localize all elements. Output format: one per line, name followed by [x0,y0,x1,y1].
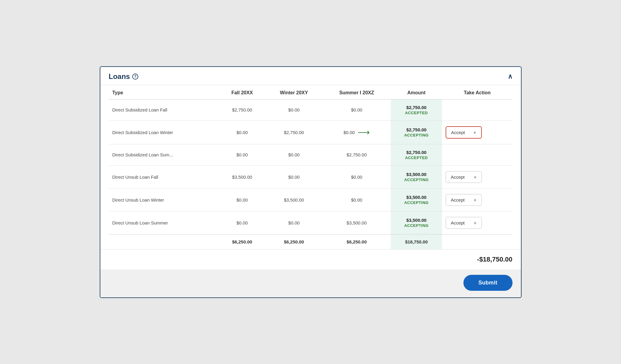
amount-value: $3,500.00 [406,218,427,223]
table-row: Direct Unsub Loan Winter$0.00$3,500.00$0… [109,188,513,211]
status-badge: ACCEPTED [405,155,428,160]
table-row: Direct Subsidized Loan Fall$2,750.00$0.0… [109,99,513,121]
accept-button[interactable]: Accept∨ [446,217,482,229]
summer-cell: $0.00⟶ [323,121,391,144]
amount-cell: $3,500.00ACCEPTING [391,165,442,188]
action-cell [442,144,512,165]
loan-type-cell: Direct Unsub Loan Fall [109,165,219,188]
status-badge: ACCEPTING [404,223,428,228]
chevron-down-icon: ∨ [474,198,477,202]
accept-button-label: Accept [451,174,465,180]
fall-cell: $3,500.00 [219,165,265,188]
amount-cell: $2,750.00ACCEPTING [391,121,442,144]
fall-cell: $0.00 [219,121,265,144]
submit-button[interactable]: Submit [463,275,513,291]
amount-cell: $2,750.00ACCEPTED [391,144,442,165]
green-arrow-icon: ⟶ [358,127,370,137]
table-row: Direct Subsidized Loan Sum...$0.00$0.00$… [109,144,513,165]
summer-total: $6,250.00 [323,234,391,249]
grand-total-section: -$18,750.00 [100,249,521,269]
grand-total-value: -$18,750.00 [477,256,512,263]
amount-value: $2,750.00 [406,127,427,132]
title-text: Loans [109,72,130,81]
col-amount: Amount [391,85,442,99]
action-cell: Accept∨ [442,188,512,211]
action-cell: Accept∨ [442,211,512,234]
loan-type-cell: Direct Unsub Loan Summer [109,211,219,234]
card-header: Loans ? ∧ [100,67,521,85]
winter-cell: $2,750.00 [265,121,323,144]
amount-cell: $3,500.00ACCEPTING [391,211,442,234]
fall-cell: $2,750.00 [219,99,265,121]
submit-section: Submit [100,269,521,297]
fall-total: $6,250.00 [219,234,265,249]
col-fall: Fall 20XX [219,85,265,99]
fall-cell: $0.00 [219,144,265,165]
summer-cell: $0.00 [323,188,391,211]
chevron-down-icon: ∨ [473,130,476,135]
loans-table-wrapper: Type Fall 20XX Winter 20XY Summer I 20XZ… [100,85,521,249]
amount-cell: $2,750.00ACCEPTED [391,99,442,121]
table-row: Direct Unsub Loan Summer$0.00$0.00$3,500… [109,211,513,234]
loan-type-cell: Direct Subsidized Loan Sum... [109,144,219,165]
winter-cell: $0.00 [265,99,323,121]
loans-card: Loans ? ∧ Type Fall 20XX Winter 20XY Sum… [100,66,522,298]
totals-row: $6,250.00 $6,250.00 $6,250.00 $18,750.00 [109,234,513,249]
help-icon[interactable]: ? [132,74,138,80]
fall-cell: $0.00 [219,211,265,234]
amount-cell: $3,500.00ACCEPTING [391,188,442,211]
col-action: Take Action [442,85,512,99]
winter-total: $6,250.00 [265,234,323,249]
totals-label [109,234,219,249]
status-badge: ACCEPTING [404,177,428,182]
accept-button-label: Accept [451,197,465,202]
card-title: Loans ? [109,72,139,81]
summer-cell: $0.00 [323,165,391,188]
winter-cell: $0.00 [265,144,323,165]
amount-value: $2,750.00 [406,105,427,110]
accept-button[interactable]: Accept∨ [446,194,482,206]
summer-value: $0.00 [343,130,355,135]
collapse-icon[interactable]: ∧ [508,73,513,80]
col-winter: Winter 20XY [265,85,323,99]
loan-type-cell: Direct Unsub Loan Winter [109,188,219,211]
chevron-down-icon: ∨ [474,221,477,225]
summer-cell: $2,750.00 [323,144,391,165]
loans-table: Type Fall 20XX Winter 20XY Summer I 20XZ… [109,85,513,249]
winter-cell: $3,500.00 [265,188,323,211]
chevron-down-icon: ∨ [474,175,477,179]
table-row: Direct Subsidized Loan Winter$0.00$2,750… [109,121,513,144]
status-badge: ACCEPTED [405,111,428,115]
col-summer: Summer I 20XZ [323,85,391,99]
status-badge: ACCEPTING [404,133,428,137]
amount-total: $18,750.00 [391,234,442,249]
amount-value: $3,500.00 [406,195,427,200]
action-cell: Accept∨ [442,121,512,144]
loan-type-cell: Direct Subsidized Loan Fall [109,99,219,121]
action-cell [442,99,512,121]
action-cell: Accept∨ [442,165,512,188]
fall-cell: $0.00 [219,188,265,211]
table-row: Direct Unsub Loan Fall$3,500.00$0.00$0.0… [109,165,513,188]
winter-cell: $0.00 [265,165,323,188]
accept-button[interactable]: Accept∨ [446,171,482,183]
status-badge: ACCEPTING [404,200,428,205]
action-total [442,234,512,249]
amount-value: $2,750.00 [406,150,427,155]
summer-cell: $0.00 [323,99,391,121]
accept-button-label: Accept [451,130,465,135]
accept-button-label: Accept [451,220,465,225]
accept-button[interactable]: Accept∨ [446,126,482,139]
summer-cell: $3,500.00 [323,211,391,234]
winter-cell: $0.00 [265,211,323,234]
amount-value: $3,500.00 [406,172,427,177]
table-header-row: Type Fall 20XX Winter 20XY Summer I 20XZ… [109,85,513,99]
col-type: Type [109,85,219,99]
loan-type-cell: Direct Subsidized Loan Winter [109,121,219,144]
